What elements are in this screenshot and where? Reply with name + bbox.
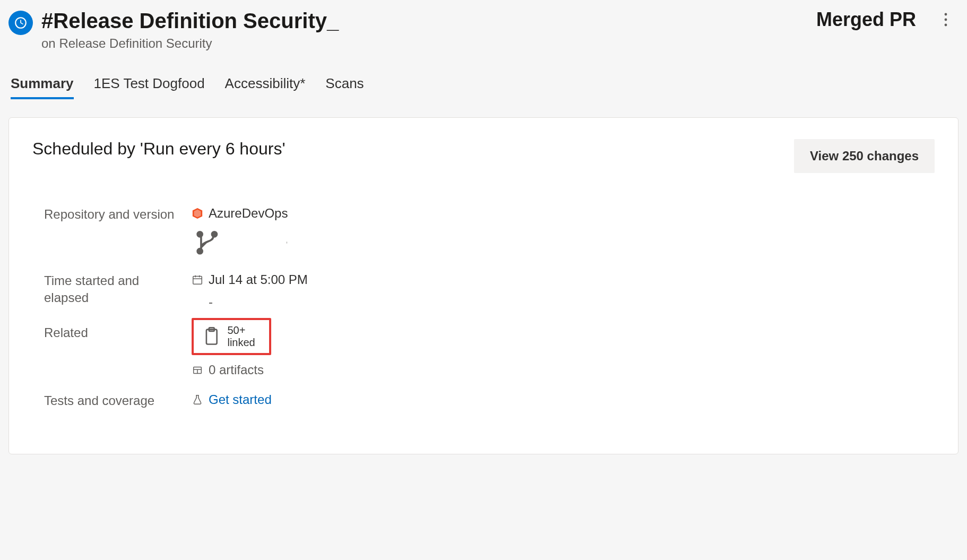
commit-icon[interactable] (286, 238, 288, 247)
linked-work-items-highlight: 50+ linked (192, 318, 271, 355)
card-top-row: Scheduled by 'Run every 6 hours' View 25… (32, 139, 935, 173)
package-icon (192, 364, 203, 376)
tab-scans[interactable]: Scans (325, 75, 364, 99)
tab-accessibility[interactable]: Accessibility* (225, 75, 306, 99)
view-changes-button[interactable]: View 250 changes (794, 139, 935, 173)
more-actions-button[interactable] (937, 9, 954, 30)
svg-point-2 (945, 24, 947, 27)
tab-1es-test-dogfood[interactable]: 1ES Test Dogfood (94, 75, 205, 99)
summary-card: Scheduled by 'Run every 6 hours' View 25… (8, 117, 959, 454)
label-related: Related (44, 317, 186, 341)
label-time: Time started and elapsed (44, 271, 186, 307)
header-right: Merged PR (816, 8, 959, 31)
status-clock-icon (8, 11, 33, 35)
git-repo-icon (192, 208, 203, 219)
page-title: #Release Definition Security_ (41, 8, 808, 33)
tab-summary[interactable]: Summary (11, 75, 74, 99)
merged-pr-label: Merged PR (816, 8, 916, 31)
scheduled-by-title: Scheduled by 'Run every 6 hours' (32, 139, 286, 159)
tests-get-started-link[interactable]: Get started (192, 392, 272, 407)
artifacts-link[interactable]: 0 artifacts (192, 363, 271, 377)
row-time: Time started and elapsed Jul 14 at 5:00 … (44, 269, 935, 312)
tab-bar: Summary 1ES Test Dogfood Accessibility* … (8, 75, 959, 99)
svg-point-3 (286, 243, 287, 243)
title-block: #Release Definition Security_ on Release… (41, 8, 808, 51)
clipboard-icon (201, 326, 222, 347)
row-related: Related 50+ linked 0 artifacts (44, 315, 935, 380)
linked-work-items-link[interactable]: 50+ linked (227, 324, 255, 349)
label-tests: Tests and coverage (44, 391, 186, 409)
details-grid: Repository and version AzureDevOps Time … (32, 203, 935, 411)
release-run-page: #Release Definition Security_ on Release… (0, 0, 967, 460)
time-started: Jul 14 at 5:00 PM (192, 272, 308, 287)
repo-name-link[interactable]: AzureDevOps (192, 206, 288, 221)
calendar-icon (192, 274, 203, 286)
definition-name-link[interactable]: Release Definition Security (59, 36, 212, 50)
flask-icon (192, 394, 203, 406)
label-repository: Repository and version (44, 205, 186, 223)
page-header: #Release Definition Security_ on Release… (8, 5, 959, 56)
svg-point-1 (945, 19, 947, 21)
branch-icon[interactable] (193, 228, 222, 257)
svg-rect-6 (193, 276, 202, 284)
page-subtitle: on Release Definition Security (41, 36, 808, 51)
time-elapsed: - (192, 295, 308, 309)
svg-point-0 (945, 13, 947, 16)
row-repository: Repository and version AzureDevOps (44, 203, 935, 260)
row-tests: Tests and coverage Get started (44, 389, 935, 411)
